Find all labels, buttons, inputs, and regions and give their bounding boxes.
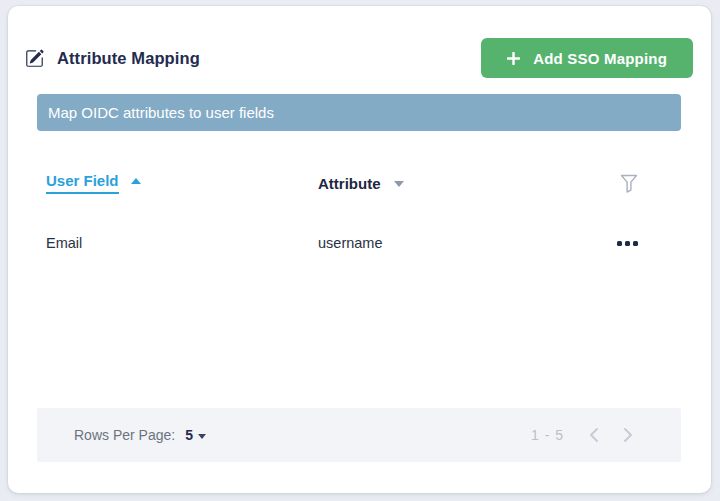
pencil-square-icon <box>25 49 44 68</box>
page-range-label: 1 - 5 <box>531 427 564 443</box>
pagination-bar: Rows Per Page: 5 1 - 5 <box>37 408 681 462</box>
page-title: Attribute Mapping <box>57 49 200 68</box>
column-label: Attribute <box>318 175 381 192</box>
funnel-icon[interactable] <box>620 174 638 193</box>
chevron-down-icon <box>198 434 206 439</box>
sort-asc-icon <box>131 178 141 184</box>
rows-per-page-value: 5 <box>185 427 193 443</box>
title-wrap: Attribute Mapping <box>25 49 200 68</box>
info-banner: Map OIDC attributes to user fields <box>37 94 681 131</box>
cell-attribute: username <box>318 235 610 251</box>
sort-desc-icon <box>394 181 404 187</box>
chevron-right-icon[interactable] <box>623 427 634 443</box>
rows-per-page-dropdown[interactable]: 5 <box>185 427 206 443</box>
pager-controls: 1 - 5 <box>531 427 634 443</box>
plus-icon <box>507 52 520 65</box>
column-header-user-field[interactable]: User Field <box>46 172 141 194</box>
ellipsis-icon[interactable] <box>617 241 638 246</box>
rows-per-page-label: Rows Per Page: <box>74 427 175 443</box>
attribute-mapping-card: Attribute Mapping Add SSO Mapping Map OI… <box>8 6 711 493</box>
table-header-row: User Field Attribute <box>8 165 711 201</box>
column-label: User Field <box>46 172 119 194</box>
table-row: Email username <box>8 223 711 263</box>
add-sso-mapping-button[interactable]: Add SSO Mapping <box>481 38 693 78</box>
info-banner-text: Map OIDC attributes to user fields <box>48 104 274 121</box>
card-header: Attribute Mapping Add SSO Mapping <box>8 6 711 78</box>
column-header-attribute[interactable]: Attribute <box>318 175 404 192</box>
add-button-label: Add SSO Mapping <box>533 50 667 67</box>
chevron-left-icon[interactable] <box>588 427 599 443</box>
cell-user-field: Email <box>46 235 318 251</box>
rows-per-page: Rows Per Page: 5 <box>74 427 206 443</box>
